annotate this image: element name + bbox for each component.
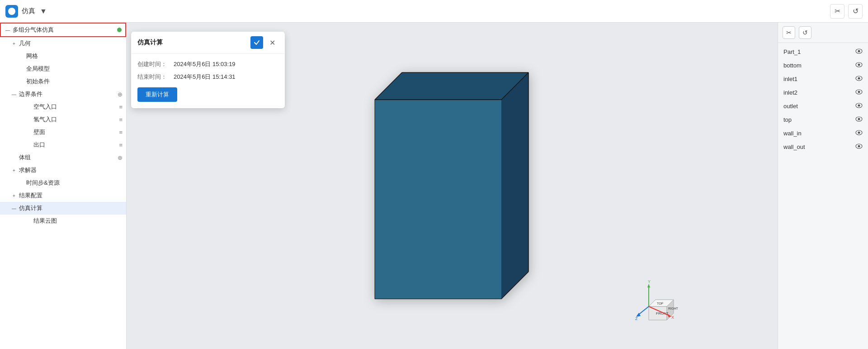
right-panel: ✂ ↺ Part_1 bottom xyxy=(778,23,868,349)
dropdown-arrow-icon[interactable]: ▼ xyxy=(39,7,48,16)
expand-plus-icon2: + xyxy=(11,167,17,173)
sidebar-item-time-resource[interactable]: 时间步&资源 xyxy=(0,177,126,189)
logo-inner xyxy=(8,8,15,15)
sidebar-item-initial-cond[interactable]: 初始条件 xyxy=(0,75,126,88)
svg-point-15 xyxy=(858,145,860,148)
right-panel-item-bottom[interactable]: bottom xyxy=(778,58,868,72)
status-dot xyxy=(117,28,122,32)
expand-empty-icon xyxy=(18,53,24,59)
expand-empty-icon3 xyxy=(18,78,24,85)
modal-close-button[interactable]: ✕ xyxy=(266,36,278,49)
front-face xyxy=(375,100,501,299)
expand-minus-icon3: — xyxy=(11,205,17,211)
eye-icon-part1[interactable] xyxy=(855,48,863,55)
right-panel-item-top[interactable]: top xyxy=(778,113,868,126)
outlet-menu-icon[interactable]: ≡ xyxy=(119,142,123,148)
expand-empty-icon2 xyxy=(18,66,24,72)
sidebar-item-wall[interactable]: 壁面 ≡ xyxy=(0,126,126,139)
main-area: — 多组分气体仿真 + 几何 网格 全局模型 初始条件 — 边界条件 ⊕ 空气 xyxy=(0,23,868,349)
sidebar-item-mesh[interactable]: 网格 xyxy=(0,50,126,62)
right-panel-label-inlet2: inlet2 xyxy=(783,89,853,96)
add-body-group-icon[interactable]: ⊕ xyxy=(118,154,123,161)
recalc-button[interactable]: 重新计算 xyxy=(137,87,177,102)
sidebar-label-air-inlet: 空气入口 xyxy=(33,103,119,111)
eye-svg-inlet2 xyxy=(855,89,863,95)
sidebar-item-multi-fluid-sim[interactable]: — 多组分气体仿真 xyxy=(0,23,126,37)
3d-object-container xyxy=(348,63,538,319)
sidebar-item-solver[interactable]: + 求解器 xyxy=(0,164,126,177)
right-panel-item-inlet1[interactable]: inlet1 xyxy=(778,72,868,86)
h2-inlet-menu-icon[interactable]: ≡ xyxy=(119,116,123,123)
refresh-button[interactable]: ↺ xyxy=(848,4,863,19)
air-inlet-menu-icon[interactable]: ≡ xyxy=(119,104,123,110)
3d-box-svg xyxy=(348,63,538,317)
svg-point-13 xyxy=(858,132,860,134)
wall-menu-icon[interactable]: ≡ xyxy=(119,129,123,136)
eye-icon-bottom[interactable] xyxy=(855,62,863,69)
sidebar-label-body-group: 体组 xyxy=(19,153,118,162)
right-panel-label-wall-in: wall_in xyxy=(783,130,853,137)
svg-point-5 xyxy=(858,77,860,80)
eye-icon-wall-in[interactable] xyxy=(855,129,863,137)
right-panel-label-wall-out: wall_out xyxy=(783,143,853,150)
sidebar-label-geometry: 几何 xyxy=(19,39,123,48)
sidebar-item-outlet[interactable]: 出口 ≡ xyxy=(0,139,126,151)
eye-svg-wall-out xyxy=(855,143,863,149)
eye-icon-inlet1[interactable] xyxy=(855,75,863,82)
z-label: Z xyxy=(635,316,638,320)
right-panel-item-outlet[interactable]: outlet xyxy=(778,99,868,113)
sidebar-label-h2-inlet: 氢气入口 xyxy=(33,115,119,124)
sidebar-label-wall: 壁面 xyxy=(33,128,119,136)
right-face xyxy=(501,72,528,299)
svg-point-3 xyxy=(858,64,860,66)
eye-icon-outlet[interactable] xyxy=(855,102,863,110)
check-icon xyxy=(254,39,260,46)
add-boundary-icon[interactable]: ⊕ xyxy=(118,91,123,98)
right-refresh-button[interactable]: ↺ xyxy=(799,26,811,39)
modal-title: 仿真计算 xyxy=(137,38,250,47)
sidebar-label-time-resource: 时间步&资源 xyxy=(26,179,123,187)
sidebar-item-air-inlet[interactable]: 空气入口 ≡ xyxy=(0,100,126,113)
modal-confirm-button[interactable] xyxy=(250,36,263,49)
sidebar-item-sim-calc[interactable]: — 仿真计算 xyxy=(0,202,126,215)
eye-svg-part1 xyxy=(855,48,863,54)
end-time-value: 2024年5月6日 15:14:31 xyxy=(174,73,236,81)
sidebar-label-boundary-cond: 边界条件 xyxy=(19,90,118,98)
right-panel-item-inlet2[interactable]: inlet2 xyxy=(778,86,868,99)
sidebar-label-result-cloud: 结果云图 xyxy=(33,217,123,225)
right-panel-item-wall-out[interactable]: wall_out xyxy=(778,140,868,153)
eye-svg-wall-in xyxy=(855,130,863,135)
toolbar-title: 仿真 xyxy=(22,7,35,15)
right-panel-label-bottom: bottom xyxy=(783,62,853,69)
eye-icon-top[interactable] xyxy=(855,116,863,123)
create-time-label: 创建时间： xyxy=(137,60,174,68)
sidebar-item-global-model[interactable]: 全局模型 xyxy=(0,62,126,75)
expand-empty-icon10 xyxy=(25,218,32,224)
nav-cube: FRONT RIGHT TOP Y X Z xyxy=(640,284,680,326)
sidebar-item-body-group[interactable]: 体组 ⊕ xyxy=(0,151,126,164)
modal-body: 创建时间： 2024年5月6日 15:03:19 结束时间： 2024年5月6日… xyxy=(131,54,285,108)
expand-empty-icon9 xyxy=(18,180,24,186)
sim-calc-modal: 仿真计算 ✕ 创建时间： 2024年5月6日 15:03:19 结束时间： 20… xyxy=(131,32,285,108)
svg-point-11 xyxy=(858,118,860,120)
right-panel-item-wall-in[interactable]: wall_in xyxy=(778,126,868,140)
eye-icon-inlet2[interactable] xyxy=(855,89,863,96)
sidebar-item-result-config[interactable]: + 结果配置 xyxy=(0,189,126,202)
right-panel-item-part1[interactable]: Part_1 xyxy=(778,45,868,58)
expand-plus-icon3: + xyxy=(11,192,17,199)
expand-empty-icon6 xyxy=(25,129,32,135)
expand-minus-icon2: — xyxy=(11,91,17,97)
sidebar-label-sim-calc: 仿真计算 xyxy=(19,204,123,212)
scissors-button[interactable]: ✂ xyxy=(830,4,844,19)
x-label: X xyxy=(671,315,674,320)
y-arrow xyxy=(647,284,650,287)
sidebar-label-multi-fluid-sim: 多组分气体仿真 xyxy=(13,26,114,34)
expand-empty-icon7 xyxy=(25,142,32,148)
eye-icon-wall-out[interactable] xyxy=(855,143,863,150)
right-scissors-button[interactable]: ✂ xyxy=(783,26,795,39)
sidebar-item-geometry[interactable]: + 几何 xyxy=(0,37,126,50)
sidebar-item-h2-inlet[interactable]: 氢气入口 ≡ xyxy=(0,113,126,126)
sidebar-item-result-cloud[interactable]: 结果云图 xyxy=(0,215,126,227)
sidebar-item-boundary-cond[interactable]: — 边界条件 ⊕ xyxy=(0,88,126,100)
y-label: Y xyxy=(648,279,651,284)
